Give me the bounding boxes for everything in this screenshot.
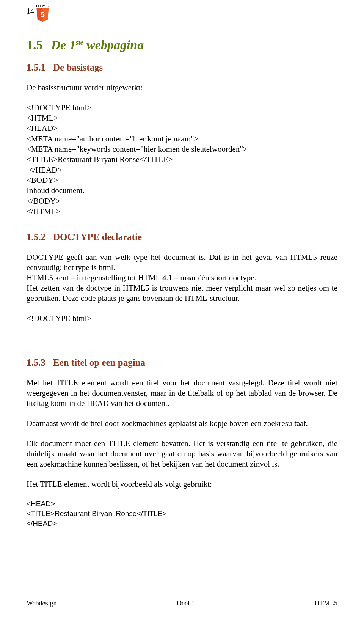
heading-1: 1.5De 1ste webpagina [27, 38, 337, 52]
code-line: <BODY> [27, 175, 337, 186]
code-line-doctype: <!DOCTYPE html> [27, 313, 337, 324]
heading-2-doctype: 1.5.2DOCTYPE declaratie [27, 232, 337, 242]
h2-number: 1.5.3 [27, 357, 46, 368]
code-line: <HEAD> [27, 499, 337, 509]
code-line: <HEAD> [27, 123, 337, 134]
html5-logo: HTML 5 [36, 4, 49, 22]
html5-logo-label: HTML [36, 4, 49, 8]
code-block-title: <HEAD> <TITLE>Restaurant Biryani Ronse</… [27, 499, 337, 528]
h2-text: De basistags [53, 62, 103, 72]
paragraph: De basisstructuur verder uitgewerkt: [27, 83, 337, 93]
code-line: <HTML> [27, 113, 337, 123]
h2-number: 1.5.2 [27, 232, 46, 242]
h2-number: 1.5.1 [27, 62, 46, 72]
h2-text: DOCTYPE declaratie [53, 232, 142, 242]
code-line: <META name="keywords content="hier komen… [27, 144, 337, 154]
code-line: </HEAD> [27, 519, 337, 528]
paragraph: Het TITLE element wordt bijvoorbeeld als… [27, 479, 337, 489]
footer-left: Webdesign [27, 599, 57, 607]
h1-text-post: webpagina [83, 38, 144, 52]
page-footer: Webdesign Deel 1 HTML5 [27, 597, 337, 607]
footer-right: HTML5 [315, 599, 337, 607]
h1-number: 1.5 [27, 38, 43, 52]
code-line: <!DOCTYPE html> [27, 103, 337, 113]
code-block-structure: <!DOCTYPE html> <HTML> <HEAD> <META name… [27, 103, 337, 217]
code-line: </BODY> [27, 196, 337, 206]
h1-sup: ste [76, 39, 83, 46]
code-line: <TITLE>Restaurant Biryani Ronse</TITLE> [27, 154, 337, 165]
code-line: Inhoud document. [27, 186, 337, 196]
heading-2-title: 1.5.3Een titel op een pagina [27, 357, 337, 368]
code-line: <META name="author content="hier komt je… [27, 134, 337, 144]
code-line: </HTML> [27, 206, 337, 217]
code-line: </HEAD> [27, 165, 337, 175]
footer-center: Deel 1 [177, 599, 195, 607]
paragraph: Met het TITLE element wordt een titel vo… [27, 378, 337, 409]
page-number: 14 [27, 7, 34, 16]
paragraph: Daarnaast wordt de titel door zoekmachin… [27, 418, 337, 429]
code-line: <TITLE>Restaurant Biryani Ronse</TITLE> [27, 509, 337, 519]
shield-icon: 5 [36, 8, 49, 22]
paragraph: DOCTYPE geeft aan van welk type het docu… [27, 252, 337, 303]
h1-text-pre: De 1 [51, 38, 76, 52]
paragraph: Elk document moet een TITLE element beva… [27, 439, 337, 469]
h2-text: Een titel op een pagina [53, 357, 145, 368]
heading-2-basistags: 1.5.1De basistags [27, 62, 337, 73]
